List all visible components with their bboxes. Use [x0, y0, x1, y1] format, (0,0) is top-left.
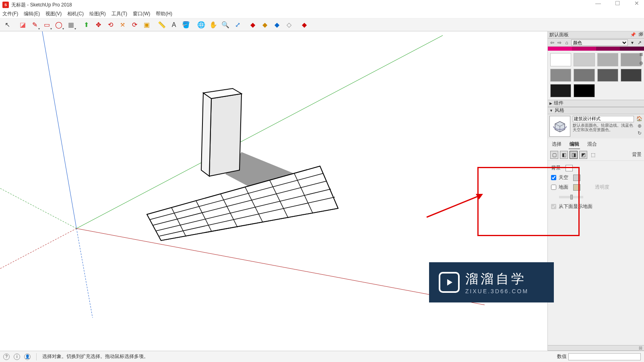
- background-settings-icon[interactable]: ◨: [570, 151, 578, 159]
- sky-checkbox[interactable]: [551, 175, 556, 180]
- scale-tool[interactable]: ⤧: [117, 19, 128, 31]
- circle-tool[interactable]: ◯: [53, 19, 64, 31]
- zoom-extents[interactable]: ⤢: [232, 19, 243, 31]
- face-settings-icon[interactable]: ◧: [560, 151, 568, 159]
- recent-swatch[interactable]: [572, 47, 596, 51]
- menu-视图[interactable]: 视图(V): [45, 10, 62, 17]
- status-icon-1[interactable]: ?: [3, 354, 10, 360]
- add-tool-5[interactable]: ◆: [299, 19, 310, 31]
- add-tool-3[interactable]: ◆: [271, 19, 283, 31]
- list-mode-icon[interactable]: ≣: [639, 51, 643, 57]
- color-swatch[interactable]: [597, 69, 618, 82]
- transparency-label: 透明度: [595, 184, 609, 191]
- pin-icon[interactable]: 📌: [630, 32, 636, 37]
- menu-dropdown-icon[interactable]: ▾: [630, 40, 635, 45]
- tab-edit[interactable]: 编辑: [569, 140, 580, 149]
- recent-swatch[interactable]: [620, 47, 644, 51]
- style-new-icon[interactable]: 🏠: [636, 116, 642, 121]
- svg-line-3: [76, 228, 93, 318]
- style-section-header[interactable]: ▼ 风格 ☒: [548, 107, 644, 114]
- color-swatch[interactable]: [597, 53, 618, 66]
- status-icon-3[interactable]: 👤: [24, 354, 31, 360]
- nav-back-icon[interactable]: ⇦: [549, 40, 555, 45]
- color-swatch[interactable]: [550, 84, 571, 97]
- add-tool-1[interactable]: ◆: [247, 19, 258, 31]
- color-swatch[interactable]: [574, 53, 594, 66]
- pan-tool[interactable]: ✋: [208, 19, 219, 31]
- style-name-input[interactable]: [573, 116, 634, 122]
- menu-相机[interactable]: 相机(C): [67, 10, 84, 17]
- bg-label: 背景: [551, 165, 563, 171]
- add-tool-4[interactable]: ◇: [283, 19, 295, 31]
- color-swatch[interactable]: [550, 69, 571, 82]
- nav-fwd-icon[interactable]: ⇨: [557, 40, 562, 45]
- color-swatch[interactable]: [621, 53, 642, 66]
- rectangle-tool[interactable]: ▭: [41, 19, 52, 31]
- color-swatch[interactable]: [621, 69, 642, 82]
- style-edit-modes: ▢ ◧ ◨ ◩ ⬚ 背景: [548, 149, 644, 161]
- svg-line-2: [0, 188, 76, 228]
- component-section-header[interactable]: ▶ 组件 ☒: [548, 100, 644, 107]
- viewport-3d[interactable]: [0, 31, 485, 318]
- statusbar: ? i 👤 选择对象。切换到扩充选择。拖动鼠标选择多项。 数值: [0, 351, 644, 362]
- watermark-settings-icon[interactable]: ◩: [579, 151, 587, 159]
- menu-绘图[interactable]: 绘图(R): [89, 10, 106, 17]
- pencil-tool[interactable]: ✎: [29, 19, 40, 31]
- style-add-icon[interactable]: ⊕: [638, 123, 642, 129]
- style-update-icon[interactable]: ↻: [638, 130, 642, 136]
- ground-color-swatch[interactable]: [573, 184, 580, 191]
- detail-icon[interactable]: ↗: [637, 40, 642, 45]
- close-button[interactable]: ✕: [631, 0, 642, 6]
- tab-select[interactable]: 选择: [551, 140, 562, 149]
- tab-mix[interactable]: 混合: [586, 140, 598, 149]
- select-tool[interactable]: ↖: [2, 19, 13, 31]
- menu-工具[interactable]: 工具(T): [111, 10, 127, 17]
- transparency-slider: [559, 196, 583, 198]
- recent-swatch[interactable]: [596, 47, 620, 51]
- status-icon-2[interactable]: i: [14, 354, 20, 360]
- style-thumbnail[interactable]: [549, 116, 570, 137]
- bg-color-swatch[interactable]: [566, 165, 573, 171]
- paint-bucket[interactable]: 🪣: [180, 19, 192, 31]
- color-swatch[interactable]: [574, 69, 594, 82]
- edge-settings-icon[interactable]: ▢: [550, 151, 558, 159]
- paint-tool[interactable]: ▦: [65, 19, 76, 31]
- orbit-tool[interactable]: 🌐: [196, 19, 207, 31]
- minimize-button[interactable]: —: [592, 0, 604, 6]
- tape-tool[interactable]: 📏: [156, 19, 167, 31]
- close-style-icon[interactable]: ☒: [640, 32, 643, 36]
- vcb-input[interactable]: [568, 353, 641, 360]
- followme-tool[interactable]: ▣: [141, 19, 152, 31]
- close-panel-icon[interactable]: ☒: [639, 346, 642, 350]
- add-tool-2[interactable]: ◆: [259, 19, 270, 31]
- pushpull-tool[interactable]: ⬆: [80, 19, 92, 31]
- menu-窗口[interactable]: 窗口(W): [133, 10, 150, 17]
- menu-文件[interactable]: 文件(F): [2, 10, 18, 17]
- add-material-icon[interactable]: ⊕: [639, 60, 643, 66]
- text-tool[interactable]: A: [168, 19, 180, 31]
- app-icon: S: [2, 2, 9, 8]
- offset-tool[interactable]: ⟳: [129, 19, 140, 31]
- rotate-tool[interactable]: ⟲: [105, 19, 116, 31]
- home-icon[interactable]: ⌂: [564, 40, 570, 45]
- modeling-settings-icon[interactable]: ⬚: [589, 151, 597, 159]
- ground-checkbox[interactable]: [551, 185, 556, 190]
- maximize-button[interactable]: ☐: [612, 0, 623, 6]
- menu-帮助[interactable]: 帮助(H): [156, 10, 172, 17]
- recent-swatch[interactable]: [548, 47, 572, 51]
- bg-heading: 背景: [632, 151, 642, 158]
- component-section-label: 组件: [554, 100, 564, 107]
- tray-title: 默认面板: [549, 31, 569, 38]
- color-swatch[interactable]: [550, 53, 571, 66]
- recent-colors-strip: [548, 47, 644, 51]
- sky-color-swatch[interactable]: [573, 175, 580, 181]
- move-tool[interactable]: ✥: [93, 19, 104, 31]
- material-category[interactable]: 颜色: [571, 39, 628, 46]
- status-hint: 选择对象。切换到扩充选择。拖动鼠标选择多项。: [42, 353, 149, 360]
- eraser-tool[interactable]: ◪: [17, 19, 28, 31]
- zoom-tool[interactable]: 🔍: [220, 19, 231, 31]
- menu-编辑[interactable]: 编辑(E): [24, 10, 40, 17]
- watermark-text: 溜溜自学: [465, 270, 528, 288]
- tray-header[interactable]: 默认面板 📌☒: [548, 31, 644, 39]
- color-swatch[interactable]: [574, 84, 594, 97]
